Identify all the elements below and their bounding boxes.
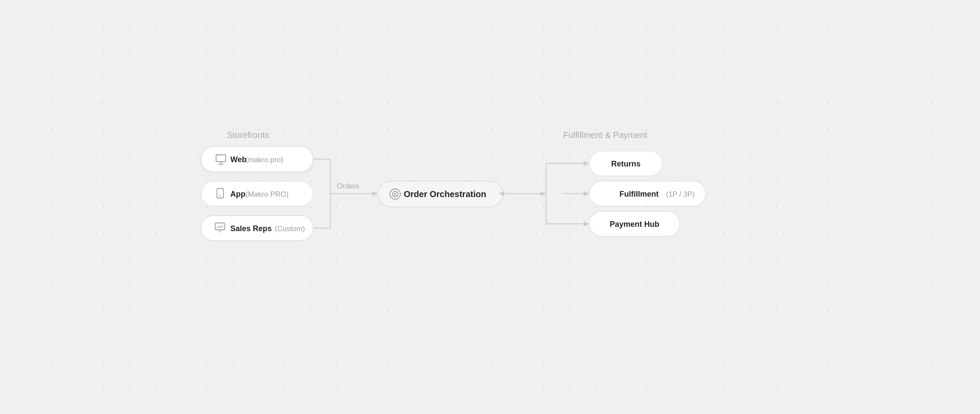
svg-marker-11 [372, 191, 378, 196]
payment-hub-node: Payment Hub [589, 211, 680, 236]
returns-node: Returns [589, 151, 663, 176]
svg-marker-24 [584, 221, 589, 226]
sales-reps-node: Sales Reps (Custom) [201, 216, 313, 241]
sales-reps-label: Sales Reps [230, 224, 272, 233]
web-node: Web (makro.pro) [201, 147, 313, 172]
svg-point-15 [394, 193, 396, 195]
app-sublabel: (Makro PRO) [245, 190, 289, 198]
fulfillment-label: Fulfillment & Payment [563, 130, 647, 140]
web-label: Web [230, 155, 247, 164]
orders-label: Orders [337, 182, 359, 190]
fulfillment-label: Fulfillment [619, 190, 659, 198]
app-node: App (Makro PRO) [201, 181, 313, 206]
returns-label: Returns [611, 160, 641, 168]
svg-marker-18 [540, 191, 546, 196]
diagram-container: Storefronts Fulfillment & Payment Web (m… [0, 0, 980, 414]
sales-reps-sublabel: (Custom) [275, 225, 305, 233]
svg-marker-22 [584, 191, 589, 196]
app-label: App [230, 190, 245, 198]
fulfillment-sublabel: (1P / 3P) [666, 190, 695, 198]
payment-hub-label: Payment Hub [609, 220, 659, 229]
order-orchestration-label: Order Orchestration [404, 189, 486, 199]
web-sublabel: (makro.pro) [245, 156, 283, 164]
storefronts-label: Storefronts [227, 130, 269, 140]
fulfillment-node: Fulfillment (1P / 3P) [589, 181, 706, 206]
order-orchestration-node: Order Orchestration [378, 181, 503, 207]
svg-marker-20 [584, 161, 589, 166]
